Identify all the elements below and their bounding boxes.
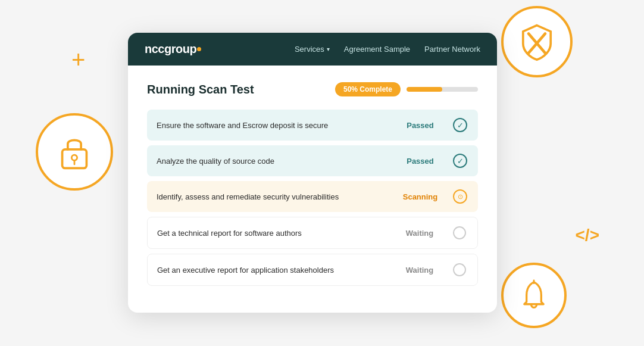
nav-logo: nccgroup	[145, 42, 201, 56]
row-status-4: Waiting	[393, 229, 446, 238]
row-icon-3: ⊙	[452, 188, 468, 205]
row-label-3: Identify, assess and remediate security …	[157, 192, 393, 201]
progress-bar-track	[407, 87, 478, 92]
check-icon-2: ✓	[453, 154, 467, 168]
wait-icon-5	[453, 263, 466, 276]
shield-decoration	[501, 6, 573, 77]
progress-bar-fill	[407, 87, 442, 92]
chevron-down-icon: ▾	[327, 46, 330, 52]
scan-header: Running Scan Test 50% Complete	[147, 82, 478, 96]
scan-icon-3: ⊙	[453, 189, 467, 204]
bell-decoration	[501, 263, 567, 328]
scan-row-4: Get a technical report for software auth…	[147, 217, 478, 249]
scan-title: Running Scan Test	[147, 83, 254, 96]
scan-row-3: Identify, assess and remediate security …	[147, 181, 478, 212]
shield-icon	[519, 23, 555, 61]
navbar: nccgroup Services ▾ Agreement Sample Par…	[128, 33, 497, 66]
row-label-1: Ensure the software and Escrow deposit i…	[157, 121, 393, 130]
scan-row-5: Get an executive report for application …	[147, 254, 478, 286]
row-label-5: Get an executive report for application …	[157, 266, 393, 275]
row-status-2: Passed	[393, 157, 447, 166]
plus-decoration: +	[71, 48, 85, 71]
row-icon-4	[451, 225, 468, 241]
scan-rows: Ensure the software and Escrow deposit i…	[147, 110, 478, 286]
logo-text: nccgroup	[145, 42, 196, 56]
bell-icon	[519, 279, 549, 312]
main-card: nccgroup Services ▾ Agreement Sample Par…	[128, 33, 497, 313]
scan-row-1: Ensure the software and Escrow deposit i…	[147, 110, 478, 141]
nav-link-services[interactable]: Services ▾	[295, 45, 330, 54]
logo-dot	[197, 47, 201, 51]
progress-badge: 50% Complete	[335, 82, 401, 96]
nav-links: Services ▾ Agreement Sample Partner Netw…	[295, 45, 480, 54]
row-icon-5	[451, 261, 468, 278]
row-status-1: Passed	[393, 121, 447, 130]
scan-row-2: Analyze the quality of source code Passe…	[147, 145, 478, 176]
code-decoration: </>	[576, 226, 599, 245]
wait-icon-4	[453, 226, 466, 239]
card-body: Running Scan Test 50% Complete Ensure th…	[128, 66, 497, 298]
svg-point-3	[71, 155, 77, 160]
progress-container: 50% Complete	[335, 82, 478, 96]
row-icon-2: ✓	[452, 152, 468, 169]
nav-link-partner-network[interactable]: Partner Network	[424, 45, 480, 54]
check-icon-1: ✓	[453, 118, 467, 132]
svg-rect-2	[62, 149, 87, 168]
row-status-3: Scanning	[393, 192, 447, 201]
nav-link-agreement[interactable]: Agreement Sample	[344, 45, 410, 54]
row-status-5: Waiting	[393, 266, 446, 275]
lock-icon	[57, 133, 92, 172]
row-label-4: Get a technical report for software auth…	[157, 229, 393, 238]
lock-decoration	[36, 113, 113, 191]
row-icon-1: ✓	[452, 117, 468, 133]
row-label-2: Analyze the quality of source code	[157, 157, 393, 166]
